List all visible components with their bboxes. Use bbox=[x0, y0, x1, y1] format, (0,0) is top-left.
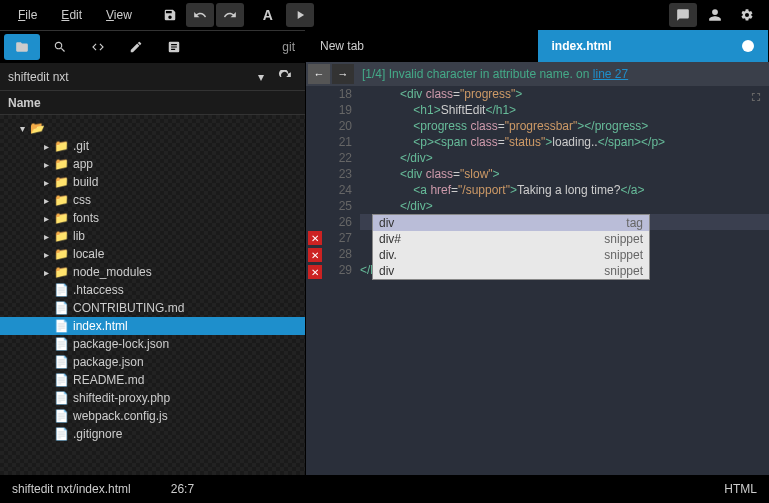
tree-folder[interactable]: ▸📁 build bbox=[0, 173, 305, 191]
editor-area: New tabindex.html ← → [1/4] Invalid char… bbox=[305, 30, 769, 475]
refresh-icon[interactable] bbox=[273, 64, 297, 90]
tree-folder[interactable]: ▸📁 app bbox=[0, 155, 305, 173]
notes-icon[interactable] bbox=[156, 34, 192, 60]
autocomplete-popup: divtagdiv#snippetdiv.snippetdivsnippet bbox=[372, 214, 650, 280]
fullscreen-icon[interactable] bbox=[749, 90, 763, 108]
tree-root[interactable]: ▾📂 bbox=[0, 119, 305, 137]
status-language[interactable]: HTML bbox=[724, 482, 757, 496]
tree-file[interactable]: 📄 index.html bbox=[0, 317, 305, 335]
tabs: New tabindex.html bbox=[306, 30, 769, 62]
autocomplete-item[interactable]: divtag bbox=[373, 215, 649, 231]
tab-close-icon[interactable] bbox=[742, 40, 754, 52]
tree-folder[interactable]: ▸📁 .git bbox=[0, 137, 305, 155]
file-tree: ▾📂 ▸📁 .git▸📁 app▸📁 build▸📁 css▸📁 fonts▸📁… bbox=[0, 115, 305, 475]
tree-file[interactable]: 📄 .htaccess bbox=[0, 281, 305, 299]
user-icon[interactable] bbox=[701, 3, 729, 27]
nav-forward-icon[interactable]: → bbox=[332, 64, 354, 84]
menu-view[interactable]: View bbox=[96, 4, 142, 26]
tab[interactable]: New tab bbox=[306, 30, 538, 62]
autocomplete-item[interactable]: div.snippet bbox=[373, 247, 649, 263]
tree-folder[interactable]: ▸📁 lib bbox=[0, 227, 305, 245]
status-path: shiftedit nxt/index.html bbox=[12, 482, 131, 496]
tree-folder[interactable]: ▸📁 fonts bbox=[0, 209, 305, 227]
tree-folder[interactable]: ▸📁 locale bbox=[0, 245, 305, 263]
site-name: shiftedit nxt bbox=[8, 70, 249, 84]
tree-file[interactable]: 📄 CONTRIBUTING.md bbox=[0, 299, 305, 317]
code-editor[interactable]: ✕✕✕ 181920212223242526272829 <div class=… bbox=[306, 86, 769, 475]
tree-file[interactable]: 📄 .gitignore bbox=[0, 425, 305, 443]
code-icon[interactable] bbox=[80, 34, 116, 60]
autocomplete-item[interactable]: div#snippet bbox=[373, 231, 649, 247]
autocomplete-item[interactable]: divsnippet bbox=[373, 263, 649, 279]
tree-header: Name bbox=[0, 91, 305, 115]
save-icon[interactable] bbox=[156, 3, 184, 27]
error-link[interactable]: line 27 bbox=[593, 67, 628, 81]
git-label[interactable]: git bbox=[276, 40, 301, 54]
files-tab-icon[interactable] bbox=[4, 34, 40, 60]
font-icon[interactable]: A bbox=[254, 3, 282, 27]
search-icon[interactable] bbox=[42, 34, 78, 60]
nav-bar: ← → [1/4] Invalid character in attribute… bbox=[306, 62, 769, 86]
gear-icon[interactable] bbox=[733, 3, 761, 27]
tree-folder[interactable]: ▸📁 node_modules bbox=[0, 263, 305, 281]
tree-folder[interactable]: ▸📁 css bbox=[0, 191, 305, 209]
sidebar: git shiftedit nxt ▾ Name ▾📂 ▸📁 .git▸📁 ap… bbox=[0, 30, 305, 475]
nav-back-icon[interactable]: ← bbox=[308, 64, 330, 84]
statusbar: shiftedit nxt/index.html 26:7 HTML bbox=[0, 475, 769, 503]
tree-file[interactable]: 📄 webpack.config.js bbox=[0, 407, 305, 425]
chevron-down-icon[interactable]: ▾ bbox=[249, 64, 273, 90]
tab[interactable]: index.html bbox=[538, 30, 770, 62]
redo-icon[interactable] bbox=[216, 3, 244, 27]
tree-file[interactable]: 📄 README.md bbox=[0, 371, 305, 389]
nav-message: [1/4] Invalid character in attribute nam… bbox=[362, 67, 628, 81]
undo-icon[interactable] bbox=[186, 3, 214, 27]
menu-file[interactable]: File bbox=[8, 4, 47, 26]
status-position: 26:7 bbox=[171, 482, 194, 496]
tree-file[interactable]: 📄 package-lock.json bbox=[0, 335, 305, 353]
tree-file[interactable]: 📄 package.json bbox=[0, 353, 305, 371]
play-icon[interactable] bbox=[286, 3, 314, 27]
tree-file[interactable]: 📄 shiftedit-proxy.php bbox=[0, 389, 305, 407]
menu-edit[interactable]: Edit bbox=[51, 4, 92, 26]
edit-icon[interactable] bbox=[118, 34, 154, 60]
chat-icon[interactable] bbox=[669, 3, 697, 27]
menubar: File Edit View A bbox=[0, 0, 769, 30]
